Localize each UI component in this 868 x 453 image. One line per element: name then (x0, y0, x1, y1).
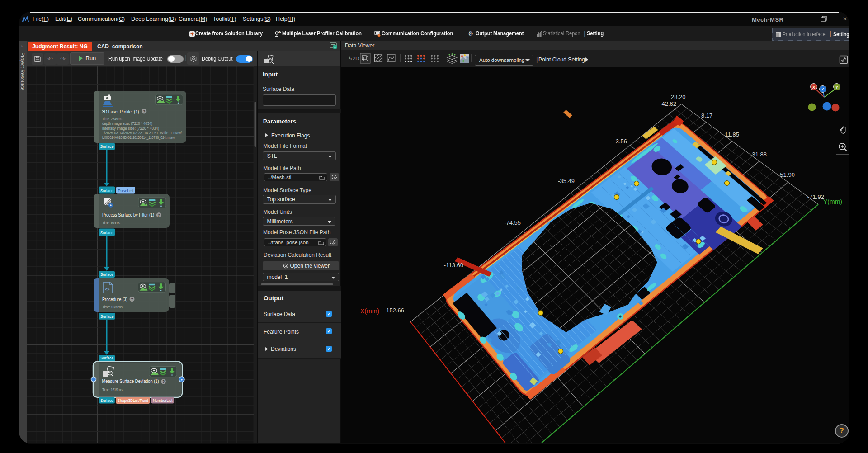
svg-text:Time: 2849ms: Time: 2849ms (102, 117, 122, 121)
svg-text:Surface: Surface (100, 272, 113, 277)
svg-text:8.17: 8.17 (701, 112, 712, 119)
svg-text:✦: ✦ (180, 378, 184, 382)
svg-text:3.56: 3.56 (616, 138, 627, 145)
svg-text:PoseList: PoseList (118, 189, 134, 193)
svg-text:X: X (812, 85, 815, 90)
svg-text:Surface: Surface (100, 398, 113, 403)
svg-text:-35.49: -35.49 (558, 178, 575, 184)
svg-text:Z: Z (821, 87, 824, 91)
svg-text:Surface: Surface (100, 231, 113, 235)
svg-text:-152.66: -152.66 (384, 307, 404, 314)
svg-text:../2025-03-14/2025-02-23_14-31: ../2025-03-14/2025-02-23_14-31-51_Wide_1… (102, 131, 182, 135)
svg-text:?: ? (158, 213, 160, 217)
svg-text:Time: 1619ms: Time: 1619ms (102, 387, 123, 392)
svg-text:Y: Y (835, 85, 838, 90)
svg-text:<>: <> (105, 287, 110, 292)
svg-text:Shape3DList/Point: Shape3DList/Point (118, 398, 148, 403)
svg-text:Surface: Surface (100, 356, 113, 360)
svg-text:Surface: Surface (100, 189, 113, 193)
svg-text:X(mm): X(mm) (360, 307, 379, 315)
svg-text:2: 2 (279, 31, 280, 34)
svg-text:NumberList: NumberList (153, 398, 173, 403)
svg-text:Time: 159ms: Time: 159ms (102, 221, 121, 225)
svg-text:Process Surface by Filter (1): Process Surface by Filter (1) (102, 212, 154, 217)
svg-text:-11.85: -11.85 (723, 131, 739, 138)
svg-text:depth image size: (7220 * 4034: depth image size: (7220 * 4034) (102, 121, 152, 126)
svg-text:-113.60: -113.60 (444, 262, 463, 269)
svg-text:Procedure (3): Procedure (3) (102, 297, 127, 302)
svg-text:28.20: 28.20 (671, 94, 686, 100)
svg-text:intensity image size: (7220 *: intensity image size: (7220 * 4034) (102, 126, 159, 131)
svg-text:3D Laser Profiler (1): 3D Laser Profiler (1) (102, 109, 139, 114)
svg-text:?: ? (162, 379, 165, 384)
svg-text:-51.90: -51.90 (778, 171, 795, 178)
svg-text:?: ? (840, 427, 844, 434)
svg-text:Time: 1039ms: Time: 1039ms (102, 305, 123, 309)
svg-text:↳2D: ↳2D (349, 56, 359, 61)
svg-text:-74.55: -74.55 (504, 219, 521, 226)
svg-text:?: ? (131, 297, 133, 302)
svg-text:?: ? (143, 109, 145, 114)
svg-text:Measure Surface Deviation (1): Measure Surface Deviation (1) (102, 378, 159, 384)
svg-text:LX08024A8205E002-20250314_1107: LX08024A8205E002-20250314_110756_024.mra… (102, 135, 175, 140)
svg-text:-31.88: -31.88 (750, 151, 767, 158)
svg-text:Y(mm): Y(mm) (823, 198, 842, 205)
svg-text:42.62: 42.62 (661, 100, 676, 107)
svg-text:-71.92: -71.92 (807, 193, 824, 200)
svg-text:Surface: Surface (100, 314, 113, 319)
svg-text:Surface: Surface (100, 144, 114, 149)
